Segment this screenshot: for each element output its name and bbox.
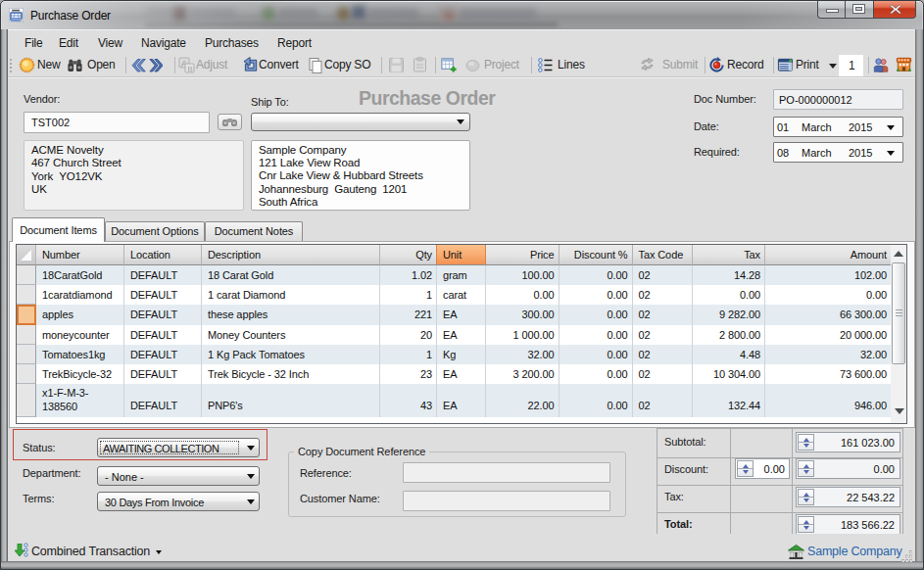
svg-text:B: B bbox=[188, 65, 193, 73]
